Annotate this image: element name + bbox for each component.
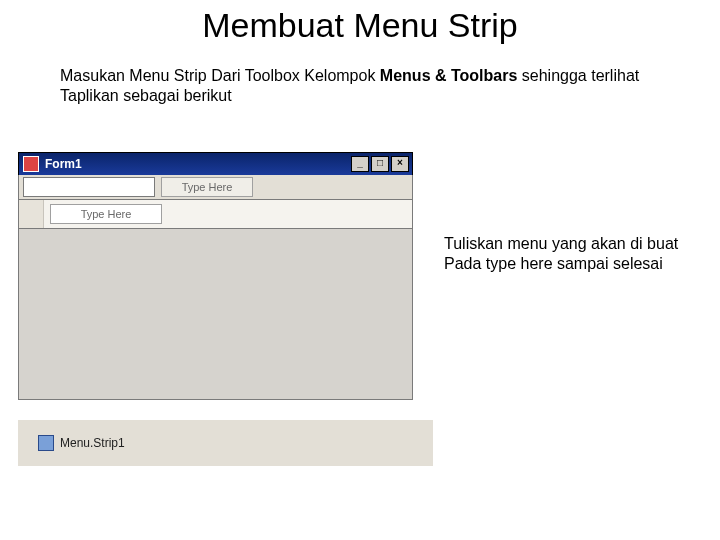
slide-title: Membuat Menu Strip (0, 6, 720, 45)
window-titlebar[interactable]: Form1 _ □ × (18, 152, 413, 175)
type-here-submenu[interactable]: Type Here (50, 204, 162, 224)
dropdown-icon-gutter (19, 200, 44, 228)
form-designer: Form1 _ □ × Type Here Type Here (18, 152, 413, 400)
instr-bold: Menus & Toolbars (380, 67, 518, 84)
sidenote-line1: Tuliskan menu yang akan di buat (444, 234, 704, 254)
menu-strip[interactable]: Type Here (18, 175, 413, 200)
close-button[interactable]: × (391, 156, 409, 172)
form-icon (23, 156, 39, 172)
form-client-area (18, 229, 413, 400)
window-title: Form1 (45, 157, 82, 171)
menu-dropdown-panel: Type Here (18, 200, 413, 229)
maximize-button[interactable]: □ (371, 156, 389, 172)
menustrip-icon (38, 435, 54, 451)
side-note: Tuliskan menu yang akan di buat Pada typ… (444, 234, 704, 274)
component-tray[interactable]: Menu.Strip1 (18, 420, 433, 466)
sidenote-line2: Pada type here sampai selesai (444, 254, 704, 274)
component-label: Menu.Strip1 (60, 436, 125, 450)
instr-pre: Masukan Menu Strip Dari Toolbox Kelompok (60, 67, 380, 84)
type-here-top[interactable]: Type Here (161, 177, 253, 197)
slide-instructions: Masukan Menu Strip Dari Toolbox Kelompok… (60, 66, 660, 106)
minimize-button[interactable]: _ (351, 156, 369, 172)
menu-item-editbox[interactable] (23, 177, 155, 197)
